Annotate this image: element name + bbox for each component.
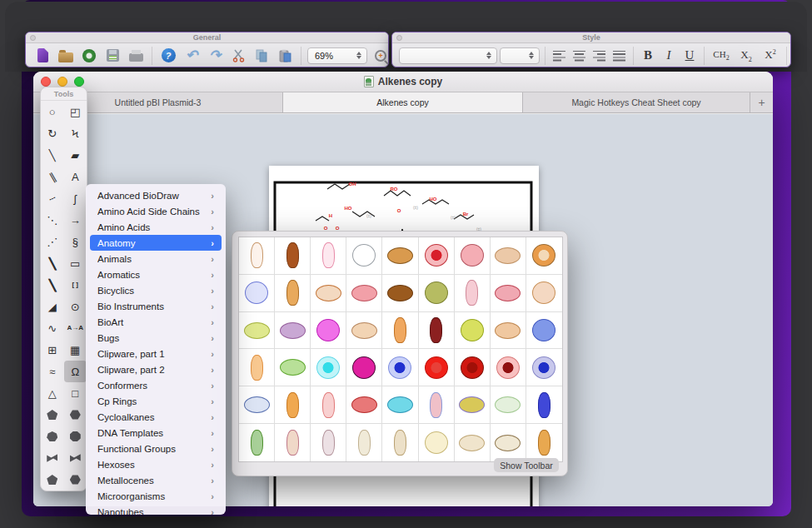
copy-button[interactable] (252, 46, 271, 66)
clipart-circulatory-figure[interactable] (311, 424, 346, 461)
font-family-select[interactable] (399, 47, 497, 64)
tool-curve[interactable]: § (64, 231, 87, 252)
tool-wedge-line[interactable]: ╲ (41, 274, 64, 296)
tool-text[interactable]: A (64, 166, 87, 187)
tool-lasso[interactable]: ○ (41, 101, 64, 122)
subscript-button[interactable]: X2 (735, 46, 757, 66)
menu-item-bio-instruments[interactable]: Bio Instruments› (90, 298, 222, 314)
clipart-body-solid[interactable] (275, 237, 311, 275)
align-left-button[interactable] (550, 46, 568, 66)
menu-item-amino-acid-side-chains[interactable]: Amino Acid Side Chains› (90, 203, 222, 219)
clipart-spleen[interactable] (275, 312, 311, 350)
clipart-female-body-outline[interactable] (311, 237, 346, 275)
tool-hashed-wedge[interactable]: ⋰ (41, 231, 64, 252)
menu-item-cycloalkanes[interactable]: Cycloalkanes› (90, 409, 222, 425)
tool-table[interactable]: ⊞ (41, 339, 64, 361)
tool-chair-ring-2[interactable] (64, 447, 87, 469)
tool-heptagon-ring[interactable] (41, 426, 64, 447)
tool-square-ring[interactable]: □ (64, 382, 87, 404)
menu-item-bioart[interactable]: BioArt› (90, 314, 222, 330)
formula-button[interactable]: CH2 (710, 46, 733, 66)
tool-hexagon-ring[interactable] (64, 404, 87, 426)
clipart-tooth[interactable] (275, 424, 311, 461)
menu-item-dna-templates[interactable]: DNA Templates› (90, 425, 222, 441)
clipart-blood-cell-stack[interactable] (491, 349, 526, 386)
menu-item-microorganisms[interactable]: Microorganisms› (90, 488, 222, 504)
tool-octagon-ring[interactable] (64, 426, 87, 447)
paste-button[interactable] (275, 46, 295, 66)
clipart-vertebrae[interactable] (526, 424, 562, 461)
clipart-cell-purple[interactable] (526, 349, 562, 386)
tool-pen[interactable]: ʃ (64, 187, 87, 209)
clipart-dna-strand-cyan[interactable] (382, 386, 418, 424)
clipart-red-blood-cell[interactable] (419, 349, 455, 386)
tool-rotate[interactable]: ↻ (41, 122, 64, 144)
clipart-synapse[interactable] (526, 312, 562, 350)
clipart-uterus[interactable] (491, 275, 526, 312)
toolbar-close-button[interactable] (396, 35, 402, 41)
tab-magic-hotkeys-cheat-sheet-copy[interactable]: Magic Hotkeys Cheat Sheet copy (523, 92, 750, 112)
clipart-chromosome-pink[interactable] (311, 386, 346, 424)
tool-chain-bond[interactable]: Ϟ (64, 122, 87, 144)
menu-item-animals[interactable]: Animals› (90, 251, 222, 266)
tool-single-bond[interactable]: ╲ (41, 144, 64, 166)
clipart-karyotype[interactable] (239, 386, 275, 424)
clipart-pancreas[interactable] (239, 312, 275, 350)
italic-button[interactable]: I (660, 46, 678, 66)
menu-item-clipware-part-2[interactable]: Clipware, part 2› (90, 361, 222, 377)
tool-arrow[interactable]: → (64, 209, 87, 231)
tool-eraser[interactable]: ▰ (64, 144, 87, 166)
clipart-chromosome-blue[interactable] (526, 386, 562, 424)
menu-item-conformers[interactable]: Conformers› (90, 377, 222, 393)
undo-button[interactable]: ↶ (182, 46, 202, 66)
clipart-ear[interactable] (526, 275, 562, 312)
zoom-level-field[interactable]: 69% (307, 47, 367, 64)
clipart-cancer-cell[interactable] (346, 349, 382, 386)
show-toolbar-button[interactable]: Show Toolbar (494, 458, 559, 472)
window-titlebar[interactable]: Alkenes copy (33, 72, 773, 92)
clipart-red-blood-cell-dark[interactable] (455, 349, 491, 386)
menu-item-hexoses[interactable]: Hexoses› (90, 456, 222, 472)
menu-item-nanotubes[interactable]: Nanotubes› (90, 504, 222, 515)
tool-atom-to-atom[interactable]: A→A (64, 317, 87, 339)
save-button[interactable] (102, 46, 122, 66)
menu-item-aromatics[interactable]: Aromatics› (90, 266, 222, 282)
print-button[interactable] (126, 46, 146, 66)
toolbar-close-button[interactable] (30, 35, 36, 41)
tool-pentagon-ring[interactable] (41, 404, 64, 426)
clipart-muscle-fibers[interactable] (346, 386, 382, 424)
zoom-in-button[interactable]: + (371, 46, 389, 66)
zoom-stepper[interactable] (354, 49, 364, 62)
menu-item-amino-acids[interactable]: Amino Acids› (90, 219, 222, 235)
tab-alkenes-copy[interactable]: Alkenes copy (283, 92, 523, 112)
clipart-skeleton[interactable] (346, 424, 382, 461)
tool-brackets[interactable]: [ ] (64, 274, 87, 296)
menu-item-anatomy[interactable]: Anatomy› (90, 235, 222, 251)
redo-button[interactable]: ↷ (205, 46, 225, 66)
tool-stamp[interactable]: Ω (64, 361, 87, 382)
menu-item-functional-groups[interactable]: Functional Groups› (90, 441, 222, 456)
new-tab-button[interactable]: + (750, 92, 773, 112)
clipart-torso-muscles[interactable] (382, 312, 418, 350)
tool-cyclopentadiene-ring[interactable] (41, 469, 64, 491)
new-document-button[interactable] (32, 46, 52, 66)
menu-item-metallocenes[interactable]: Metallocenes› (90, 472, 222, 488)
tool-marquee[interactable]: ◰ (64, 101, 87, 122)
clipart-dna-colorful[interactable] (455, 386, 491, 424)
clipart-dna-helix[interactable] (419, 386, 455, 424)
tool-template-panel[interactable]: ▦ (64, 339, 87, 361)
clipart-eye[interactable] (526, 237, 562, 275)
align-center-button[interactable] (570, 46, 588, 66)
clipart-cell-cyan[interactable] (311, 349, 346, 386)
clipart-neuron-green[interactable] (455, 312, 491, 350)
clipart-spine-green[interactable] (239, 424, 275, 461)
clipart-kidney[interactable] (275, 275, 311, 312)
superscript-button[interactable]: X2 (760, 46, 781, 66)
clipart-heart[interactable] (455, 237, 491, 275)
clipart-intestines[interactable] (239, 275, 275, 312)
close-window-button[interactable] (41, 77, 51, 87)
clipart-lungs[interactable] (311, 275, 346, 312)
open-button[interactable] (56, 46, 76, 66)
tool-orbital[interactable]: ⊙ (64, 296, 87, 317)
clipart-embryo[interactable] (455, 275, 491, 312)
